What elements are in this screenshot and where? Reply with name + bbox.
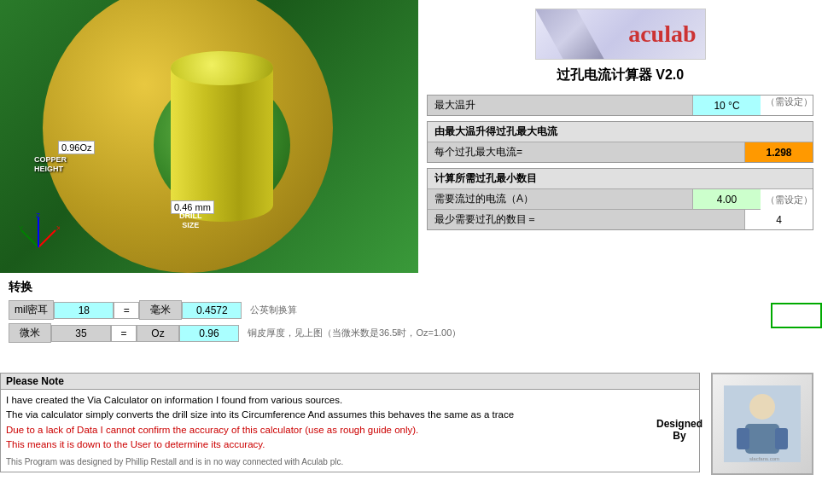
note-line5: This Program was designed by Phillip Res… bbox=[6, 455, 694, 468]
section2-header: 由最大温升得过孔最大电流 bbox=[428, 122, 813, 142]
please-note-body: I have created the Via Calculator on inf… bbox=[1, 390, 699, 472]
section3-row1-note: （需设定） bbox=[766, 194, 813, 206]
svg-text:Z: Z bbox=[36, 213, 40, 219]
logo-slash bbox=[536, 9, 604, 59]
right-panel: aculab 过孔电流计算器 V2.0 最大温升 10 °C （需设定） 由最大… bbox=[418, 0, 822, 273]
svg-point-7 bbox=[749, 394, 775, 420]
section1-row: 最大温升 10 °C （需设定） bbox=[428, 96, 813, 115]
oz-value: 0.96Oz bbox=[61, 142, 91, 153]
section3-row1-value: 4.00 bbox=[692, 189, 761, 209]
section3-header: 计算所需过孔最小数目 bbox=[428, 169, 813, 189]
logo-box: aculab bbox=[535, 9, 706, 60]
logo-area: aculab bbox=[427, 9, 813, 60]
conv-row2-label: 微米 bbox=[9, 323, 51, 343]
note-line2: The via calculator simply converts the d… bbox=[6, 408, 694, 422]
section3-row1: 需要流过的电流（A） 4.00 bbox=[428, 189, 761, 210]
note-line3: Due to a lack of Data I cannot confirm t… bbox=[6, 423, 694, 437]
conv-row2-input[interactable] bbox=[51, 325, 111, 342]
oz-annotation: 0.96Oz bbox=[58, 141, 95, 154]
section2: 由最大温升得过孔最大电流 每个过孔最大电流= 1.298 bbox=[427, 121, 813, 163]
conv-row2: 微米 = Oz 0.96 铜皮厚度，见上图（当微米数是36.5时，Oz=1.00… bbox=[9, 323, 813, 343]
conv-row1-equals: = bbox=[114, 302, 139, 319]
copper-label: COPPER HEIGHT bbox=[34, 155, 67, 174]
section3: 计算所需过孔最小数目 需要流过的电流（A） 4.00 （需设定） 最少需要过孔的… bbox=[427, 168, 813, 230]
bottom-section: 转换 mil密耳 = 毫米 0.4572 公英制换算 微米 = Oz 0.96 … bbox=[0, 273, 822, 356]
designed-by: Designed By bbox=[656, 418, 702, 442]
section3-row1-wrapper: 需要流过的电流（A） 4.00 （需设定） bbox=[428, 189, 813, 210]
conv-row1-note: 公英制换算 bbox=[250, 304, 297, 316]
section3-row2: 最少需要过孔的数目＝ 4 bbox=[428, 210, 813, 229]
conversion-rows: mil密耳 = 毫米 0.4572 公英制换算 微米 = Oz 0.96 铜皮厚… bbox=[9, 300, 813, 343]
conv-row1-input[interactable] bbox=[54, 302, 114, 319]
note-line1: I have created the Via Calculator on inf… bbox=[6, 393, 694, 408]
svg-rect-10 bbox=[775, 428, 788, 449]
section1-note: （需设定） bbox=[766, 96, 813, 115]
svg-line-0 bbox=[38, 230, 55, 247]
app-title: 过孔电流计算器 V2.0 bbox=[427, 67, 813, 84]
green-input-box[interactable] bbox=[771, 303, 822, 328]
section1-label: 最大温升 bbox=[428, 96, 692, 115]
svg-text:Y: Y bbox=[19, 224, 24, 232]
section3-row2-value: 4 bbox=[744, 210, 813, 229]
svg-rect-8 bbox=[745, 424, 779, 454]
via-3d-image: 0.96Oz 0.46 mm COPPER HEIGHT DRILL SIZE … bbox=[0, 0, 418, 273]
designer-image: slacfans.com bbox=[711, 373, 813, 475]
conv-row2-note: 铜皮厚度，见上图（当微米数是36.5时，Oz=1.00） bbox=[248, 327, 461, 339]
section1-value: 10 °C bbox=[692, 96, 761, 115]
conv-row2-unit: Oz bbox=[137, 325, 179, 342]
section2-row-value: 1.298 bbox=[744, 142, 813, 162]
section1: 最大温升 10 °C （需设定） bbox=[427, 95, 813, 116]
section3-row2-label: 最少需要过孔的数目＝ bbox=[428, 210, 744, 229]
conv-row1: mil密耳 = 毫米 0.4572 公英制换算 bbox=[9, 300, 813, 320]
section3-row1-label: 需要流过的电流（A） bbox=[428, 189, 692, 209]
section2-row-label: 每个过孔最大电流= bbox=[428, 142, 744, 162]
axis-indicator: X Y Z bbox=[17, 213, 60, 256]
svg-text:X: X bbox=[56, 224, 60, 232]
please-note-section: Please Note I have created the Via Calcu… bbox=[0, 373, 700, 472]
conv-row1-value: 0.4572 bbox=[182, 302, 242, 319]
conv-row2-equals: = bbox=[111, 325, 137, 342]
svg-text:slacfans.com: slacfans.com bbox=[749, 456, 779, 461]
svg-line-1 bbox=[21, 230, 38, 247]
cylinder-top bbox=[171, 51, 273, 85]
conv-row2-value: 0.96 bbox=[179, 325, 239, 342]
designer-img-inner: slacfans.com bbox=[724, 385, 801, 462]
conv-row1-unit: 毫米 bbox=[139, 300, 182, 320]
logo-text: aculab bbox=[628, 20, 696, 48]
please-note-header: Please Note bbox=[1, 374, 699, 390]
conversion-title: 转换 bbox=[9, 280, 813, 295]
drill-label: DRILL SIZE bbox=[179, 211, 202, 230]
svg-rect-9 bbox=[737, 428, 749, 449]
section2-row: 每个过孔最大电流= 1.298 bbox=[428, 142, 813, 162]
note-line4: This means it is down to the User to det… bbox=[6, 437, 694, 452]
conv-row1-label: mil密耳 bbox=[9, 300, 54, 320]
